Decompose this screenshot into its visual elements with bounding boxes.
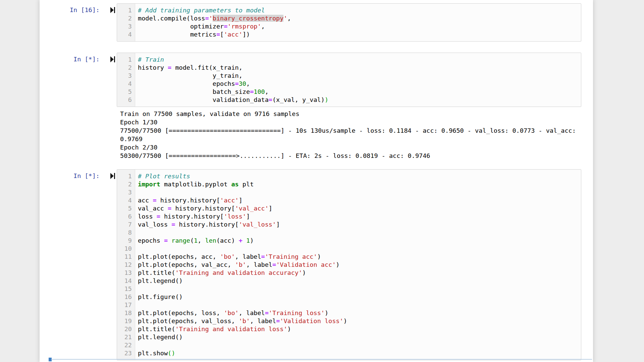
line-number-gutter: 1234 (117, 4, 135, 41)
code-line: val_acc = history.history['val_acc'] (138, 204, 578, 213)
code-token: = (269, 96, 272, 103)
code-token: ) (287, 325, 291, 333)
line-number: 13 (117, 269, 132, 277)
code-token: 'bo' (220, 253, 235, 260)
code-token: ) (325, 96, 328, 103)
code-token: 'Training acc' (265, 253, 317, 260)
code-token: plt.plot(epochs, acc, (138, 253, 220, 260)
code-token: plt.figure() (138, 293, 183, 300)
code-token: (acc) (216, 237, 239, 244)
code-line: plt.legend() (138, 333, 578, 341)
run-cell-icon[interactable] (110, 173, 115, 179)
code-line: plt.figure() (138, 293, 578, 301)
code-token: 'val_loss' (239, 221, 276, 228)
code-token: ( (168, 350, 171, 357)
code-line: # Plot results (138, 172, 578, 180)
code-line: acc = history.history['acc'] (138, 196, 578, 204)
output-line: Epoch 1/30 (120, 118, 576, 126)
code-token: ] (269, 205, 272, 212)
code-editor[interactable]: 1234567891011121314151617181920212223# P… (117, 169, 581, 360)
output-line: 0.9769 (120, 135, 576, 143)
code-token: plt.title( (138, 269, 175, 276)
code-token: plt.plot(epochs, val_loss, (138, 317, 239, 324)
code-token: loss (138, 213, 157, 220)
code-token: ) (343, 317, 347, 324)
code-area: # Plot resultsimport matplotlib.pyplot a… (135, 170, 581, 360)
code-token: , label (246, 261, 272, 268)
code-token: y_train, (138, 72, 243, 79)
code-token: plt.title( (138, 325, 175, 333)
run-cell-icon[interactable] (110, 56, 115, 62)
notebook-cell: In [*]:123456789101112131415161718192021… (40, 169, 593, 360)
code-token: 'b' (239, 317, 250, 324)
output-line: Train on 77500 samples, validate on 9716… (120, 110, 576, 118)
line-number: 3 (117, 22, 132, 31)
line-number: 4 (117, 196, 132, 204)
line-number: 4 (117, 80, 132, 88)
line-number: 6 (117, 96, 132, 104)
code-token: ] (246, 213, 250, 220)
code-token: ' (209, 15, 213, 22)
code-token: import (138, 181, 160, 188)
code-line: plt.legend() (138, 277, 578, 285)
code-token: val_acc (138, 205, 168, 212)
line-number: 9 (117, 237, 132, 245)
line-number: 17 (117, 301, 132, 309)
code-token: = (250, 88, 254, 95)
code-token: as (231, 181, 238, 188)
code-token: epochs (138, 80, 235, 87)
code-token: (x_val, y_val) (272, 96, 325, 103)
line-number-gutter: 1234567891011121314151617181920212223 (117, 170, 135, 360)
code-token: ) (302, 269, 306, 276)
code-token: history.history[ (160, 213, 224, 220)
code-token: binary_crossentropy (213, 15, 284, 22)
code-token: ) (325, 309, 328, 316)
code-line: # Add training parameters to model (138, 6, 578, 14)
selected-next-cell-top-border (49, 358, 592, 362)
code-token: ]) (243, 31, 250, 38)
input-prompt: In [16]: (70, 6, 100, 14)
code-line: # Train (138, 56, 578, 64)
code-token: val_loss (138, 221, 171, 228)
run-cell-icon[interactable] (110, 7, 115, 13)
code-token: ) (171, 350, 175, 357)
code-token: ) (336, 261, 339, 268)
cells-root: In [16]:1234# Add training parameters to… (40, 3, 593, 360)
prompt-area: In [*]: (40, 53, 117, 63)
notebook-cell: In [*]:123456# Trainhistory = model.fit(… (40, 53, 593, 107)
line-number: 19 (117, 317, 132, 325)
code-token: ] (239, 197, 243, 204)
code-line (138, 341, 578, 349)
code-token: = (168, 205, 171, 212)
line-number: 20 (117, 325, 132, 333)
code-token: = (164, 237, 168, 244)
line-number: 10 (117, 245, 132, 253)
code-token: , label (235, 253, 261, 260)
code-token: history (138, 64, 168, 71)
code-line: epochs = range(1, len(acc) + 1) (138, 237, 578, 245)
code-token: , (261, 23, 265, 30)
code-token: , (198, 237, 205, 244)
code-area: # Trainhistory = model.fit(x_train, y_tr… (135, 53, 581, 107)
code-editor[interactable]: 1234# Add training parameters to modelmo… (117, 3, 581, 42)
code-editor[interactable]: 123456# Trainhistory = model.fit(x_train… (117, 53, 581, 107)
prompt-area: In [*]: (40, 169, 117, 180)
code-token: 30 (239, 80, 246, 87)
code-token: plt.show (138, 350, 168, 357)
code-token: # Add training parameters to model (138, 7, 265, 14)
code-line (138, 245, 578, 253)
prompt-area: In [16]: (40, 3, 117, 14)
code-token: history.history[ (157, 197, 220, 204)
code-token: = (153, 197, 157, 204)
code-line: metrics=['acc']) (138, 31, 578, 39)
code-token: 'Training and validation loss' (175, 325, 287, 333)
code-line: plt.title('Training and validation loss'… (138, 325, 578, 333)
code-token: model.compile(loss (138, 15, 205, 22)
line-number: 6 (117, 213, 132, 221)
code-token: = (265, 309, 269, 316)
code-token: 'bo' (224, 309, 239, 316)
code-token: 'acc' (220, 197, 239, 204)
code-token: matplotlib.pyplot (160, 181, 231, 188)
code-token: validation_data (138, 96, 269, 103)
code-line: optimizer='rmsprop', (138, 22, 578, 31)
